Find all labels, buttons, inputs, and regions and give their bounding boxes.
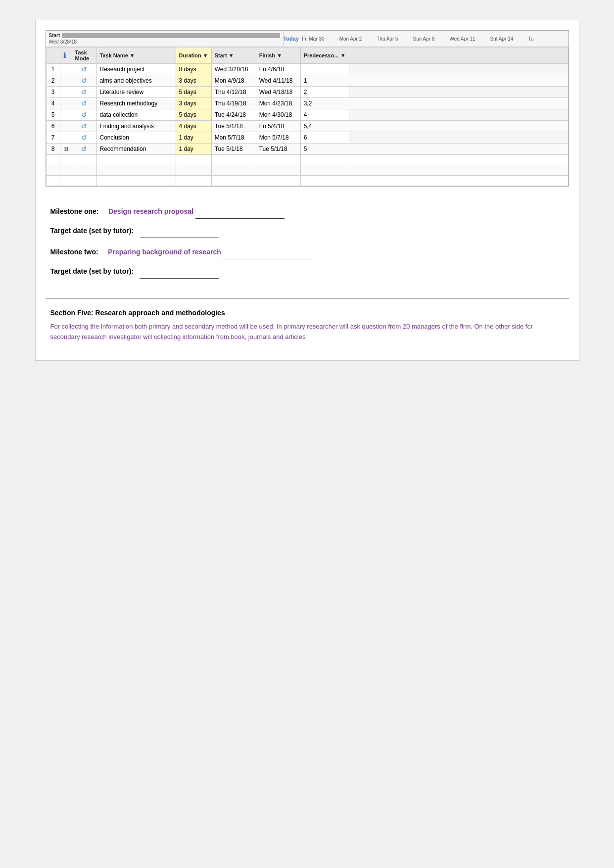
cell-empty [96, 176, 176, 186]
cell-duration: 1 day [176, 144, 211, 155]
milestone-two-spacer [100, 248, 106, 256]
cell-num: 6 [46, 121, 60, 132]
start-bar [62, 33, 280, 38]
section-five: Section Five: Research approach and meth… [46, 304, 569, 350]
cell-num: 7 [46, 132, 60, 144]
milestone-two-underline [223, 245, 312, 259]
cell-mode: ↺ [72, 64, 96, 75]
col-header-finish: Finish ▼ [256, 48, 300, 64]
cell-duration: 3 days [176, 75, 211, 87]
milestones-section: Milestone one: Design research proposal … [46, 196, 569, 293]
cell-start: Thu 4/12/18 [211, 87, 256, 98]
date-sun-apr8: Sun Apr 8 [413, 36, 435, 42]
table-header-row: ℹ TaskMode Task Name ▼ Duration ▼ Start … [46, 48, 568, 64]
col-header-start: Start ▼ [211, 48, 256, 64]
cell-empty [300, 176, 349, 186]
main-container: Start Wed 3/28/18 Today Fri Mar 30 Mon A… [35, 20, 579, 361]
cell-empty [176, 155, 211, 165]
table-row: 7↺Conclusion1 dayMon 5/7/18Mon 5/7/186 [46, 132, 568, 144]
cell-finish: Wed 4/11/18 [256, 75, 300, 87]
cell-info [60, 132, 72, 144]
timeline-dates: Today Fri Mar 30 Mon Apr 2 Thu Apr 5 Sun… [283, 31, 568, 47]
cell-finish: Mon 4/30/18 [256, 109, 300, 121]
date-fri-mar30: Fri Mar 30 [302, 36, 325, 42]
target-one-line: Target date (set by tutor): [50, 224, 564, 238]
col-header-name: Task Name ▼ [96, 48, 176, 64]
milestone-two-line: Milestone two: Preparing background of r… [50, 245, 564, 259]
section-five-body: For collecting the information both prim… [50, 322, 564, 342]
cell-gantt-bar [349, 132, 568, 144]
milestone-two-label: Milestone two: [50, 248, 98, 256]
table-row: 1↺Research project8 daysWed 3/28/18Fri 4… [46, 64, 568, 75]
task-mode-icon: ↺ [81, 77, 87, 85]
milestone-two-title: Preparing background of research [108, 248, 221, 256]
section-divider [46, 298, 569, 299]
milestone-one-title: Design research proposal [108, 207, 193, 215]
task-mode-icon: ↺ [81, 65, 87, 73]
cell-num: 2 [46, 75, 60, 87]
cell-empty [211, 165, 256, 176]
cell-empty [72, 165, 96, 176]
cell-pred: 1 [300, 75, 349, 87]
cell-empty [96, 155, 176, 165]
task-mode-icon: ↺ [81, 99, 87, 107]
cell-duration: 3 days [176, 98, 211, 109]
milestone-one-underline [195, 204, 284, 219]
table-row: 6↺Finding and analysis4 daysTue 5/1/18Fr… [46, 121, 568, 132]
cell-start: Tue 5/1/18 [211, 121, 256, 132]
cell-info [60, 121, 72, 132]
cell-pred: 3,2 [300, 98, 349, 109]
cell-empty [60, 176, 72, 186]
gantt-chart: Start Wed 3/28/18 Today Fri Mar 30 Mon A… [46, 30, 569, 187]
cell-start: Tue 4/24/18 [211, 109, 256, 121]
cell-empty [349, 165, 568, 176]
info-icon: ℹ [63, 51, 66, 59]
date-mon-apr2: Mon Apr 2 [339, 36, 362, 42]
cell-num: 8 [46, 144, 60, 155]
cell-num: 1 [46, 64, 60, 75]
section-five-title: Section Five: Research approach and meth… [50, 309, 564, 317]
cell-duration: 8 days [176, 64, 211, 75]
table-row: 8⊞↺Recommendation1 dayTue 5/1/18Tue 5/1/… [46, 144, 568, 155]
cell-name: Literature review [96, 87, 176, 98]
today-label: Today [283, 36, 299, 42]
milestone-one-spacer [100, 207, 106, 215]
cell-name: Research project [96, 64, 176, 75]
col-header-pred: Predecesso... ▼ [300, 48, 349, 64]
task-mode-icon: ↺ [81, 134, 87, 142]
cell-name: Recommendation [96, 144, 176, 155]
cell-mode: ↺ [72, 121, 96, 132]
cell-empty [46, 155, 60, 165]
table-row: 4↺Research methodlogy3 daysThu 4/19/18Mo… [46, 98, 568, 109]
table-row: 3↺Literature review5 daysThu 4/12/18Wed … [46, 87, 568, 98]
target-one-spacer [136, 227, 138, 235]
timeline-left-spacer: Start Wed 3/28/18 [46, 31, 283, 47]
cell-duration: 4 days [176, 121, 211, 132]
cell-name: Conclusion [96, 132, 176, 144]
cell-empty [46, 176, 60, 186]
cell-mode: ↺ [72, 75, 96, 87]
cell-empty [96, 165, 176, 176]
cell-name: Finding and analysis [96, 121, 176, 132]
cell-empty [300, 165, 349, 176]
cell-empty [72, 176, 96, 186]
table-row-empty [46, 165, 568, 176]
cell-info [60, 64, 72, 75]
cell-gantt-bar [349, 64, 568, 75]
cell-info: ⊞ [60, 144, 72, 155]
cell-empty [256, 155, 300, 165]
cell-finish: Mon 4/23/18 [256, 98, 300, 109]
target-one-blank [140, 224, 219, 238]
cell-mode: ↺ [72, 132, 96, 144]
cell-info [60, 75, 72, 87]
cell-empty [176, 176, 211, 186]
cell-start: Thu 4/19/18 [211, 98, 256, 109]
cell-empty [256, 165, 300, 176]
task-mode-icon: ↺ [81, 88, 87, 96]
col-header-gantt [349, 48, 568, 64]
cell-gantt-bar [349, 75, 568, 87]
target-two-spacer [136, 267, 138, 275]
target-two-label: Target date (set by tutor): [50, 267, 134, 275]
cell-mode: ↺ [72, 109, 96, 121]
cell-pred: 5 [300, 144, 349, 155]
